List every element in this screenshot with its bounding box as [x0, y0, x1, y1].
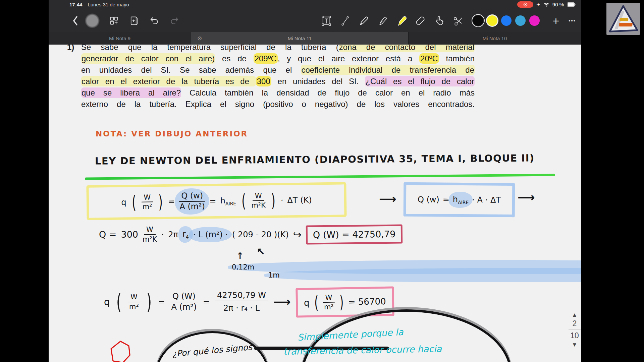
color-swatch-blue[interactable]: [501, 15, 512, 26]
battery-icon: [567, 2, 576, 7]
undo-button[interactable]: [149, 14, 160, 27]
problem-line: externo de la tubería. Explica el signo …: [81, 99, 475, 110]
back-button[interactable]: [69, 14, 81, 27]
pointer-dot: [85, 13, 100, 28]
total-pages-number: 10: [570, 331, 579, 340]
tab-mi-nota-10[interactable]: Mi Nota 10: [409, 32, 581, 45]
tab-label: Mi Nota 11: [288, 36, 312, 41]
eraser-tool[interactable]: [415, 14, 426, 27]
up-arrow-annotation: ↑: [236, 251, 244, 261]
airplane-mode-icon: ✈: [536, 2, 540, 7]
problem-line: calor en el exterior de la tubería es de…: [81, 76, 475, 87]
green-underline: [85, 174, 555, 180]
result-box-q-watts: Q (W) = 42750,79: [306, 224, 403, 244]
recording-indicator[interactable]: [517, 1, 533, 8]
tab-label: Mi Nota 9: [109, 36, 130, 41]
problem-number: 1): [67, 45, 74, 53]
status-bar: 17:44 Lunes 31 de mayo ✈ 90 %: [49, 0, 581, 9]
color-swatch-black[interactable]: [473, 15, 483, 26]
clock: 17:44: [69, 2, 82, 7]
color-swatch-cyan[interactable]: [515, 15, 526, 26]
color-swatch-magenta[interactable]: [529, 15, 540, 26]
formula-q-calculation: Q = 300 Wm²K · 2π r4 · L (m²) · ( 209 - …: [99, 225, 402, 244]
notability-app-window: 17:44 Lunes 31 de mayo ✈ 90 %: [49, 0, 581, 362]
tab-bar: Mi Nota 9 ⊗ Mi Nota 11 Mi Nota 10: [49, 32, 581, 45]
arrow-right-icon: ⟶: [273, 295, 291, 309]
formula-newton-law: q( Wm² ) = Q (w)A (m²) = hAIRE ( Wm²K ) …: [86, 182, 346, 220]
problem-line: Se sabe que la temperatura superficial d…: [81, 45, 475, 53]
color-swatch-yellow[interactable]: [487, 15, 497, 26]
scissors-tool[interactable]: [452, 14, 464, 27]
page-divider: [569, 329, 581, 330]
add-page-button[interactable]: [128, 14, 140, 27]
finger-select-tool[interactable]: [433, 14, 445, 27]
highlighter-tool[interactable]: [396, 14, 407, 27]
problem-line: que se libera al aire? Calcula también l…: [81, 87, 475, 99]
color-swatches: [473, 15, 540, 26]
note-page[interactable]: 1) Se sabe que la temperatura superficia…: [49, 45, 581, 362]
triangle-logo-icon: [608, 4, 639, 34]
more-options-button[interactable]: •••: [569, 18, 576, 23]
diagonal-arrow-annotation: ↖: [257, 246, 265, 257]
date-label: Lunes 31 de mayo: [88, 2, 129, 7]
scroll-up-arrow[interactable]: ▲: [572, 312, 578, 318]
problem-statement: 1) Se sabe que la temperatura superficia…: [67, 45, 475, 110]
blue-highlight-blob: r4: [182, 229, 189, 240]
screen: 17:44 Lunes 31 de mayo ✈ 90 %: [0, 0, 644, 362]
redo-button[interactable]: [169, 14, 180, 27]
wifi-icon: [543, 2, 549, 7]
tab-label: Mi Nota 10: [483, 36, 507, 41]
battery-percent: 90 %: [552, 2, 564, 7]
handwritten-nota: NOTA: VER DIBUJO ANTERIOR: [96, 129, 248, 138]
pencil-tool[interactable]: [358, 14, 370, 27]
page-manager-button[interactable]: [108, 14, 120, 27]
toolbar: + •••: [49, 9, 581, 32]
close-tab-icon[interactable]: ⊗: [197, 35, 202, 42]
scroll-down-arrow[interactable]: ▼: [572, 342, 578, 348]
arrow-right-icon: ⟶: [518, 190, 535, 204]
line-tool[interactable]: [339, 14, 351, 27]
pen-tool[interactable]: [377, 14, 388, 27]
red-hexagon-drawing: [94, 340, 148, 362]
tab-mi-nota-11[interactable]: ⊗ Mi Nota 11: [191, 32, 409, 45]
handwritten-title: LEY DE NEWTON DEL ENFRIAMIENTO (DIAPOSIT…: [95, 152, 535, 167]
blue-highlight-blob: · L (m²) ·: [193, 230, 228, 239]
current-page-number: 2: [573, 319, 577, 328]
add-tool-button[interactable]: +: [552, 15, 559, 26]
university-logo-thumbnail: [606, 3, 640, 35]
problem-line: generador de calor con el aire) es de 20…: [81, 53, 475, 64]
text-tool[interactable]: [321, 14, 332, 27]
arrow-right-icon: ⟶: [379, 192, 396, 206]
tab-mi-nota-9[interactable]: Mi Nota 9: [49, 32, 191, 45]
record-icon: [523, 2, 528, 7]
formula-q-equals-hat: Q (w) = hAIRE · A · ΔT: [404, 182, 515, 217]
page-navigator: ▲ 2 10 ▼: [567, 312, 581, 348]
blue-highlight-blob: hAIRE: [453, 194, 469, 205]
problem-line: en unidades del SI. Se sabe además que e…: [81, 64, 475, 76]
blue-highlight-blob: Q (w)A (m²): [179, 191, 206, 212]
